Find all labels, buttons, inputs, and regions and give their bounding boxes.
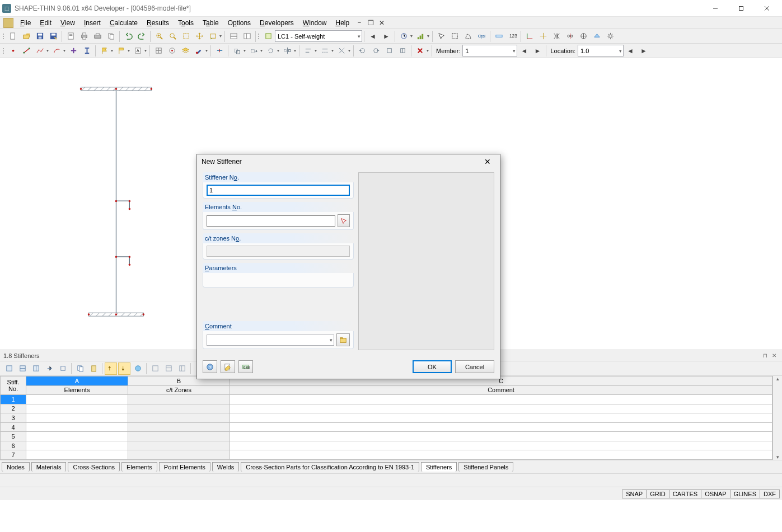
results-icon[interactable]	[414, 30, 427, 43]
calculate-icon[interactable]	[397, 30, 410, 43]
menu-developers[interactable]: Developers	[255, 18, 298, 28]
col-header-A[interactable]: A	[26, 376, 128, 386]
table-nav-1-icon[interactable]	[3, 362, 15, 375]
tables-2-icon[interactable]	[241, 30, 253, 43]
arc-icon[interactable]	[50, 45, 63, 57]
flag-dropdown-icon[interactable]: ▾	[110, 48, 114, 53]
extend-icon[interactable]	[319, 45, 331, 57]
cell-6B[interactable]	[128, 441, 230, 450]
opsi-icon[interactable]: Opsi	[475, 30, 488, 43]
I-section-icon[interactable]	[81, 45, 93, 57]
mdi-document-icon[interactable]	[3, 18, 13, 28]
table-copy-icon[interactable]	[74, 362, 86, 375]
mirror-v-icon[interactable]	[564, 30, 576, 43]
row-header-6[interactable]: 6	[1, 441, 26, 450]
window-maximize-button[interactable]	[728, 0, 754, 17]
point-element-icon[interactable]	[67, 45, 79, 57]
dimension-icon[interactable]	[577, 30, 589, 43]
ok-button[interactable]: OK	[413, 360, 452, 373]
mirror-el-icon[interactable]	[281, 45, 293, 57]
row-header-1[interactable]: 1	[1, 395, 26, 404]
cell-3A[interactable]	[26, 413, 128, 423]
elements-no-input[interactable]	[207, 215, 335, 227]
move-el-icon[interactable]	[247, 45, 260, 57]
menu-window[interactable]: Window	[298, 18, 331, 28]
table-vertical-scrollbar[interactable]: ▴▾	[772, 376, 782, 460]
copy-el-dropdown[interactable]: ▾	[242, 48, 247, 53]
undo-icon[interactable]	[122, 30, 134, 43]
toolbar-grip-2[interactable]	[257, 30, 260, 43]
location-next-icon[interactable]: ►	[638, 45, 650, 57]
print-preview-icon[interactable]	[64, 30, 77, 43]
cell-4B[interactable]	[128, 422, 230, 432]
grid-select-icon[interactable]	[152, 45, 165, 57]
mirror-el-dropdown[interactable]: ▾	[293, 48, 297, 53]
table-globe-icon[interactable]	[132, 362, 144, 375]
location-combo[interactable]: 1.0 ▾	[578, 45, 624, 57]
table-grid-c-icon[interactable]	[176, 362, 188, 375]
dialog-close-button[interactable]: ✕	[480, 156, 495, 167]
cell-1A[interactable]	[26, 395, 128, 404]
status-cartes[interactable]: CARTES	[669, 489, 701, 498]
rect-tool-icon[interactable]	[383, 45, 395, 57]
tab-stiffened-panels[interactable]: Stiffened Panels	[458, 462, 513, 472]
cell-4C[interactable]	[230, 422, 772, 432]
cancel-button[interactable]: Cancel	[455, 360, 494, 373]
open-file-icon[interactable]	[20, 30, 32, 43]
move-el-dropdown[interactable]: ▾	[259, 48, 264, 53]
calc-dropdown-icon[interactable]: ▾	[409, 34, 414, 39]
render-icon[interactable]	[591, 30, 603, 43]
mirror-h-icon[interactable]	[550, 30, 563, 43]
status-grid[interactable]: GRID	[646, 489, 669, 498]
dialog-units-button[interactable]: 0.00	[238, 360, 253, 373]
table-nav-5-icon[interactable]	[57, 362, 69, 375]
brush-icon[interactable]	[193, 45, 205, 57]
comment-library-button[interactable]	[336, 333, 350, 346]
view-dropdown-icon[interactable]: ▾	[218, 34, 223, 39]
split-icon[interactable]	[213, 45, 226, 57]
tab-stiffeners[interactable]: Stiffeners	[421, 462, 457, 472]
delete-dropdown[interactable]: ▾	[425, 48, 430, 53]
previous-view-icon[interactable]	[207, 30, 219, 43]
axes-icon[interactable]	[523, 30, 536, 43]
col-header-ctzones[interactable]: c/t Zones	[128, 385, 230, 395]
window-close-button[interactable]	[754, 0, 780, 17]
trim-dropdown[interactable]: ▾	[313, 48, 318, 53]
rect-tool-2-icon[interactable]	[396, 45, 409, 57]
cell-7B[interactable]	[128, 450, 230, 460]
text-dropdown-icon[interactable]: ▾	[143, 48, 148, 53]
save-as-icon[interactable]	[47, 30, 59, 43]
col-header-comment[interactable]: Comment	[230, 385, 772, 395]
mdi-close-button[interactable]: ✕	[377, 18, 387, 27]
row-header-3[interactable]: 3	[1, 413, 26, 423]
settings-icon[interactable]	[604, 30, 616, 43]
menu-calculate[interactable]: Calculate	[105, 18, 142, 28]
delete-icon[interactable]	[414, 45, 426, 57]
osnap-icon[interactable]	[166, 45, 178, 57]
comment-combo[interactable]: ▾	[207, 335, 334, 346]
pan-icon[interactable]	[193, 30, 205, 43]
guide-icon[interactable]	[115, 45, 127, 57]
select-rect-icon[interactable]	[448, 30, 461, 43]
print-icon[interactable]	[78, 30, 90, 43]
save-icon[interactable]	[34, 30, 46, 43]
select-poly-icon[interactable]	[462, 30, 474, 43]
dialog-edit-button[interactable]	[221, 360, 235, 373]
panel-close-icon[interactable]: ✕	[770, 351, 779, 360]
tab-cs-parts-classification[interactable]: Cross-Section Parts for Classification A…	[241, 462, 419, 472]
mdi-restore-button[interactable]: ❐	[366, 18, 376, 27]
tab-welds[interactable]: Welds	[212, 462, 239, 472]
show-values-icon[interactable]	[493, 30, 505, 43]
polyline-icon[interactable]	[34, 45, 46, 57]
intersect-dropdown[interactable]: ▾	[347, 48, 352, 53]
table-nav-2-icon[interactable]	[16, 362, 29, 375]
results-dropdown-icon[interactable]: ▾	[426, 34, 430, 39]
cell-5C[interactable]	[230, 432, 772, 441]
layer-icon[interactable]	[179, 45, 191, 57]
menu-insert[interactable]: Insert	[79, 18, 105, 28]
guide-dropdown-icon[interactable]: ▾	[127, 48, 131, 53]
numbering-icon[interactable]: 123	[506, 30, 518, 43]
cell-5B[interactable]	[128, 432, 230, 441]
node-icon[interactable]	[7, 45, 19, 57]
cell-5A[interactable]	[26, 432, 128, 441]
